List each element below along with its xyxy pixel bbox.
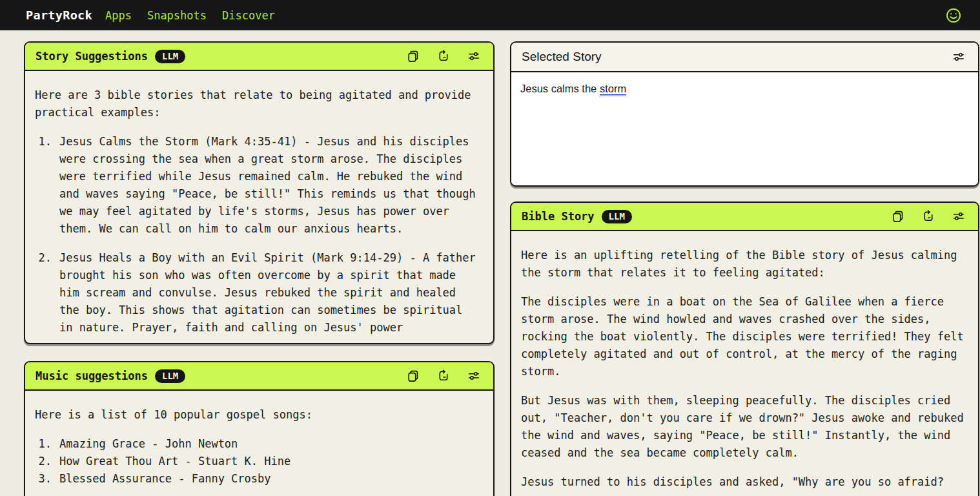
- widget-story-suggestions-header: Story Suggestions LLM: [25, 43, 493, 71]
- paragraph: Here is a list of 10 popular gospel song…: [35, 406, 480, 424]
- sliders-icon: [467, 50, 480, 63]
- retry-button[interactable]: [437, 369, 450, 382]
- widget-title: Selected Story: [522, 50, 602, 64]
- paragraph: The disciples were in a boat on the Sea …: [521, 293, 965, 380]
- list-marker: 2.: [35, 249, 52, 336]
- widget-settings-button[interactable]: [467, 50, 480, 63]
- list-marker: 1.: [35, 435, 52, 453]
- story-list: 1. Jesus Calms the Storm (Mark 4:35-41) …: [35, 133, 480, 336]
- selected-story-input[interactable]: Jesus calms the storm: [511, 72, 978, 184]
- widget-settings-button[interactable]: [467, 369, 480, 382]
- bible-story-output[interactable]: Here is an uplifting retelling of the Bi…: [511, 231, 978, 496]
- widget-music-suggestions: Music suggestions LLM: [24, 361, 495, 496]
- list-marker: 3.: [35, 470, 52, 488]
- song-list: 1. Amazing Grace - John Newton 2. How Gr…: [35, 435, 480, 488]
- widget-bible-story: Bible Story LLM: [510, 202, 979, 496]
- nav-item-snapshots[interactable]: Snapshots: [147, 9, 207, 22]
- list-text: How Great Thou Art - Stuart K. Hine: [59, 453, 480, 470]
- list-item: 1. Amazing Grace - John Newton: [35, 435, 480, 453]
- paragraph: But Jesus was with them, sleeping peacef…: [521, 392, 965, 462]
- widget-settings-button[interactable]: [952, 210, 965, 223]
- widget-title: Music suggestions: [36, 369, 148, 382]
- paragraph: Jesus turned to his disciples and asked,…: [521, 473, 965, 491]
- paragraph: Here is an uplifting retelling of the Bi…: [521, 247, 965, 282]
- copy-icon: [407, 369, 420, 382]
- list-item: 2. Jesus Heals a Boy with an Evil Spirit…: [35, 249, 480, 336]
- copy-button[interactable]: [407, 50, 420, 63]
- retry-button[interactable]: [437, 50, 450, 63]
- misspelled-word: storm: [600, 83, 626, 96]
- list-text: Jesus Calms the Storm (Mark 4:35-41) - J…: [59, 133, 480, 238]
- widget-bible-story-header: Bible Story LLM: [511, 203, 978, 231]
- widget-title: Bible Story: [522, 210, 595, 223]
- widget-selected-story: Selected Story Jesus calms the storm: [510, 41, 979, 187]
- widget-settings-button[interactable]: [952, 50, 965, 63]
- list-item: 2. How Great Thou Art - Stuart K. Hine: [35, 453, 480, 470]
- list-text: Amazing Grace - John Newton: [59, 435, 480, 453]
- sliders-icon: [952, 210, 965, 223]
- feedback-smiley-button[interactable]: [944, 6, 963, 25]
- llm-badge: LLM: [155, 50, 185, 63]
- copy-icon: [407, 50, 420, 63]
- nav-item-apps[interactable]: Apps: [105, 9, 132, 22]
- top-nav: PartyRock Apps Snapshots Discover: [0, 0, 980, 30]
- widget-selected-story-header: Selected Story: [511, 43, 978, 72]
- llm-badge: LLM: [602, 210, 632, 223]
- list-marker: 2.: [35, 453, 52, 470]
- list-item: 3. Blessed Assurance - Fanny Crosby: [35, 470, 480, 488]
- list-item: 1. Jesus Calms the Storm (Mark 4:35-41) …: [35, 133, 480, 238]
- paragraph: Here are 3 bible stories that relate to …: [35, 87, 480, 121]
- story-suggestions-output[interactable]: Here are 3 bible stories that relate to …: [25, 71, 493, 342]
- copy-icon: [892, 210, 904, 223]
- widget-story-suggestions: Story Suggestions LLM: [24, 41, 495, 344]
- sliders-icon: [467, 369, 480, 382]
- list-marker: 1.: [35, 133, 52, 238]
- retry-icon: [922, 210, 935, 223]
- retry-button[interactable]: [922, 210, 935, 223]
- list-text: Blessed Assurance - Fanny Crosby: [59, 470, 480, 488]
- copy-button[interactable]: [892, 210, 904, 223]
- retry-icon: [437, 50, 450, 63]
- sliders-icon: [952, 50, 965, 63]
- nav-item-discover[interactable]: Discover: [222, 9, 275, 22]
- partyrock-logo[interactable]: PartyRock: [26, 8, 92, 22]
- music-suggestions-output[interactable]: Here is a list of 10 popular gospel song…: [25, 391, 493, 496]
- retry-icon: [437, 369, 450, 382]
- llm-badge: LLM: [155, 369, 185, 383]
- copy-button[interactable]: [407, 369, 420, 382]
- smiley-icon: [944, 17, 963, 26]
- list-text: Jesus Heals a Boy with an Evil Spirit (M…: [59, 249, 480, 336]
- input-text: Jesus calms the: [520, 83, 600, 94]
- widget-music-suggestions-header: Music suggestions LLM: [25, 362, 493, 391]
- widget-title: Story Suggestions: [36, 50, 148, 63]
